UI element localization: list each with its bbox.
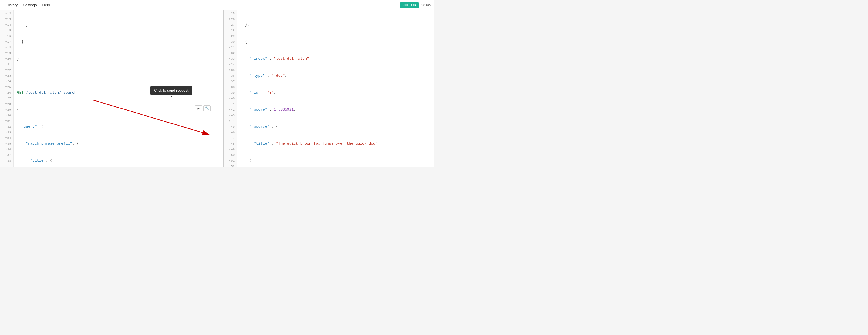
left-line-numbers: ▼12 ▼13 ▼14 15 16 ▼17 ▼18 ▼19 ▼20 21 ▼22… <box>0 10 13 168</box>
code-line: } <box>13 39 223 45</box>
code-line: } <box>13 56 223 62</box>
main-content: ▼12 ▼13 ▼14 15 16 ▼17 ▼18 ▼19 ▼20 21 ▼22… <box>0 10 434 168</box>
right-code-area: 25 ▼26 27 28 29 30 ▼31 32 ▼33 ▼34 ▼35 36… <box>224 10 434 168</box>
tooltip: Click to send request <box>150 86 192 95</box>
status-time: 98 ms <box>421 3 431 7</box>
action-buttons: ▶ 🔧 <box>195 105 211 111</box>
code-line: } <box>13 22 223 28</box>
code-line: } <box>237 158 434 164</box>
play-button[interactable]: ▶ <box>195 105 202 111</box>
code-line: "_type" : "_doc", <box>237 73 434 79</box>
menu-bar: History Settings Help 200 - OK 98 ms <box>0 0 434 10</box>
editor-pane[interactable]: ▼12 ▼13 ▼14 15 16 ▼17 ▼18 ▼19 ▼20 21 ▼22… <box>0 10 224 168</box>
right-code-content: }, { "_index" : "test-dsl-match", "_type… <box>237 10 434 168</box>
code-line: }, <box>237 22 434 28</box>
code-line: "title" : "The quick brown fox jumps ove… <box>237 141 434 146</box>
menu-history[interactable]: History <box>3 2 20 8</box>
code-line: "_source" : { <box>237 124 434 130</box>
code-line: { <box>13 107 223 112</box>
code-line: "_score" : 1.5335921, <box>237 107 434 112</box>
code-line: "title": { <box>13 158 223 164</box>
menu-help[interactable]: Help <box>39 2 53 8</box>
code-line: { <box>237 39 434 45</box>
code-line: "_id" : "3", <box>237 90 434 96</box>
response-pane: 25 ▼26 27 28 29 30 ▼31 32 ▼33 ▼34 ▼35 36… <box>224 10 434 168</box>
status-badge: 200 - OK 98 ms <box>400 2 431 8</box>
wrench-button[interactable]: 🔧 <box>203 105 211 111</box>
status-ok: 200 - OK <box>400 2 419 8</box>
code-line: "match_phrase_prefix": { <box>13 141 223 146</box>
right-line-numbers: 25 ▼26 27 28 29 30 ▼31 32 ▼33 ▼34 ▼35 36… <box>224 10 237 168</box>
menu-settings[interactable]: Settings <box>20 2 39 8</box>
code-line: "_index" : "test-dsl-match", <box>237 56 434 62</box>
code-line: "query": { <box>13 124 223 130</box>
code-line <box>13 73 223 79</box>
